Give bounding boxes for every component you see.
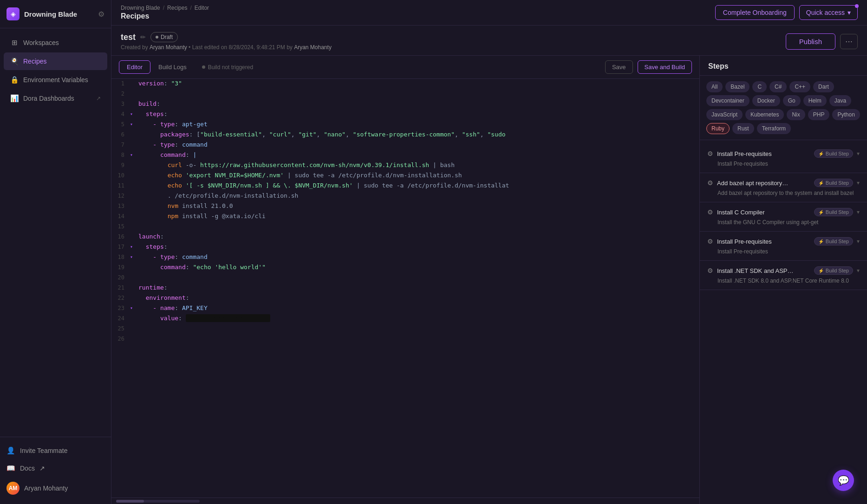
complete-onboarding-button[interactable]: Complete Onboarding [715,5,795,20]
sidebar-logo: ◈ Drowning Blade [7,7,77,20]
recipe-header: test ✏ Draft Created by Aryan Mohanty • … [111,26,867,56]
code-editor[interactable]: 1 version: "3" 2 3 build: [111,79,699,498]
code-line: 14 npm install -g @xata.io/cli [111,212,699,222]
expand-icon[interactable]: ▾ [857,209,860,215]
filter-rust[interactable]: Rust [732,123,754,134]
steps-panel: Steps All Bazel C C# C++ Dart Devcontain… [700,56,867,504]
edit-icon[interactable]: ✏ [140,33,146,41]
recipe-created-by: Aryan Mohanty [150,44,187,51]
code-line: 13 nvm install 21.0.0 [111,201,699,212]
chevron-down-icon: ▾ [847,9,851,16]
sidebar-item-dora[interactable]: 📊 Dora Dashboards ↗ [4,90,107,107]
step-item[interactable]: ⚙ Install .NET SDK and ASP… ⚡ Build Step… [700,261,867,290]
filter-java[interactable]: Java [829,95,851,106]
step-badge: ⚡ Build Step [814,179,853,187]
step-title: Install Pre-requisites [717,150,772,157]
invite-teammate-button[interactable]: 👤 Invite Teammate [0,442,111,459]
step-icon: ⚙ [707,179,713,187]
step-item[interactable]: ⚙ Install Pre-requisites ⚡ Build Step ▾ … [700,144,867,173]
chat-button[interactable]: 💬 [833,470,854,491]
step-badge: ⚡ Build Step [814,149,853,158]
filter-bazel[interactable]: Bazel [725,81,750,92]
save-and-build-button[interactable]: Save and Build [638,60,692,74]
docs-link[interactable]: 📖 Docs ↗ [0,459,111,477]
filter-javascript[interactable]: JavaScript [706,109,743,120]
workspaces-icon: ⊞ [10,39,19,47]
filter-ruby[interactable]: Ruby [706,123,730,134]
code-line: 7 - type: command [111,140,699,150]
filter-all[interactable]: All [706,81,723,92]
code-line: 2 [111,89,699,99]
save-button[interactable]: Save [605,60,633,74]
more-options-button[interactable]: ⋯ [840,34,858,49]
filter-kubernetes[interactable]: Kubernetes [745,109,784,120]
step-title: Install Pre-requisites [717,238,772,245]
sidebar-item-recipes[interactable]: 🍳 Recipes [4,52,107,70]
code-line: 16 launch: [111,232,699,242]
recipe-edited-by: Aryan Mohanty [294,44,332,51]
filter-terraform[interactable]: Terraform [757,123,791,134]
expand-icon[interactable]: ▾ [857,238,860,245]
draft-label: Draft [161,34,173,40]
bullet: • [189,44,192,51]
filter-php[interactable]: PHP [808,109,830,120]
step-item[interactable]: ⚙ Install C Compiler ⚡ Build Step ▾ Inst… [700,202,867,232]
code-line: 20 [111,273,699,283]
sidebar-item-workspaces[interactable]: ⊞ Workspaces [4,34,107,52]
sidebar-item-label: Workspaces [23,39,59,46]
step-icon: ⚙ [707,238,713,245]
breadcrumb-path: Drowning Blade / Recipes / Editor [121,5,209,11]
tab-editor[interactable]: Editor [119,60,150,74]
filter-dart[interactable]: Dart [813,81,834,92]
code-line: 10 echo 'export NVM_DIR=$HOME/.nvm' | su… [111,171,699,181]
filter-helm[interactable]: Helm [803,95,827,106]
sidebar-item-env-vars[interactable]: 🔒 Environment Variables [4,71,107,89]
step-desc: Install Pre-requisites [707,161,860,167]
filter-csharp[interactable]: C# [769,81,787,92]
user-profile[interactable]: AM Aryan Mohanty [0,477,111,499]
dora-icon: 📊 [10,94,19,103]
recipe-name: test [121,32,136,42]
settings-icon[interactable]: ⚙ [98,10,104,19]
sidebar-item-label: Dora Dashboards [23,95,74,102]
code-line: 12 . /etc/profile.d/nvm-installation.sh [111,191,699,201]
editor-container: Editor Build Logs Build not triggered Sa… [111,56,867,504]
quick-access-button[interactable]: Quick access ▾ [799,5,858,20]
expand-icon[interactable]: ▾ [857,267,860,274]
code-line: 8 ▾ command: | [111,150,699,161]
filter-cpp[interactable]: C++ [789,81,810,92]
sidebar-item-label: Recipes [23,58,47,65]
docs-external-icon: ↗ [39,465,45,472]
step-item[interactable]: ⚙ Add bazel apt repository… ⚡ Build Step… [700,173,867,202]
step-item[interactable]: ⚙ Install Pre-requisites ⚡ Build Step ▾ … [700,232,867,261]
tab-build-logs[interactable]: Build Logs [150,60,195,74]
sidebar-item-label: Environment Variables [23,76,88,84]
editor-toolbar: Editor Build Logs Build not triggered Sa… [111,56,699,79]
step-title: Install .NET SDK and ASP… [717,267,794,274]
filter-python[interactable]: Python [832,109,860,120]
sidebar: ◈ Drowning Blade ⚙ ⊞ Workspaces 🍳 Recipe… [0,0,111,504]
expand-icon[interactable]: ▾ [857,180,860,186]
step-icon: ⚙ [707,267,713,274]
filter-c[interactable]: C [752,81,767,92]
code-line: 21 runtime: [111,283,699,293]
draft-badge: Draft [150,32,178,42]
code-line: 22 environment: [111,293,699,304]
page-title: Recipes [121,12,209,20]
publish-button[interactable]: Publish [786,33,835,50]
sidebar-nav: ⊞ Workspaces 🍳 Recipes 🔒 Environment Var… [0,28,111,437]
build-status-text: Build not triggered [208,64,253,71]
steps-header: Steps [700,56,867,76]
filter-go[interactable]: Go [783,95,801,106]
filter-devcontainer[interactable]: Devcontainer [706,95,750,106]
expand-icon[interactable]: ▾ [857,150,860,157]
steps-list: ⚙ Install Pre-requisites ⚡ Build Step ▾ … [700,140,867,504]
code-line: 25 [111,324,699,334]
filter-nix[interactable]: Nix [787,109,805,120]
filter-docker[interactable]: Docker [752,95,780,106]
recipe-info: test ✏ Draft Created by Aryan Mohanty • … [121,32,332,51]
code-line: 17 ▾ steps: [111,242,699,252]
avatar: AM [7,482,20,495]
breadcrumb: Drowning Blade / Recipes / Editor Recipe… [121,5,209,20]
step-desc: Add bazel apt repository to the system a… [707,190,860,196]
